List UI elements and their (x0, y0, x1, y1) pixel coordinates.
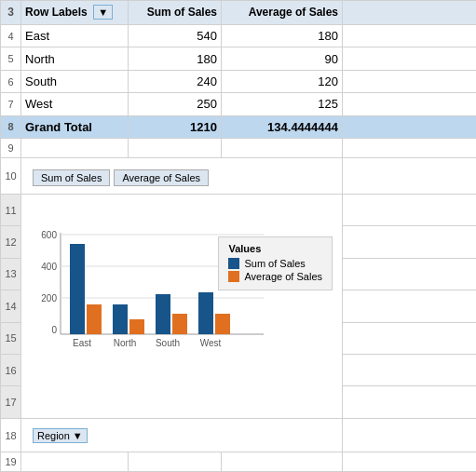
west-sum: 250 (129, 93, 222, 115)
row-num-14: 14 (1, 290, 21, 322)
east-avg: 180 (222, 24, 343, 47)
row-num-5: 5 (1, 47, 21, 70)
svg-text:0: 0 (51, 325, 57, 335)
grand-total-avg: 134.4444444 (222, 115, 343, 138)
north-sum-bar (113, 304, 128, 334)
filter-area: Region ▼ (25, 425, 338, 447)
south-avg-bar (172, 314, 187, 334)
south-sum-bar (156, 294, 170, 334)
chart-row: 11 600 400 200 0 (1, 195, 477, 226)
pivot-header-row: 3 Row Labels ▼ Sum of Sales Average of S… (1, 1, 477, 25)
avg-sales-header: Average of Sales (222, 1, 343, 25)
row-labels-text: Row Labels (25, 6, 88, 19)
row-num-17: 17 (1, 386, 21, 418)
grand-total-label: Grand Total (21, 115, 129, 138)
east-sum-bar (70, 244, 85, 334)
avg-legend-color (228, 271, 239, 282)
chart-buttons-container: Sum of Sales Average of Sales (33, 169, 331, 186)
col-e-7 (343, 93, 477, 115)
table-row: 6 South 240 120 (1, 70, 477, 92)
row-num-12: 12 (1, 226, 21, 258)
row-num-3: 3 (1, 1, 21, 25)
svg-text:North: North (114, 338, 136, 348)
north-sum: 180 (129, 47, 222, 70)
col-e-5 (343, 47, 477, 70)
svg-text:600: 600 (41, 230, 57, 240)
col-e-8 (343, 115, 477, 138)
chart-buttons-row: 10 Sum of Sales Average of Sales (1, 157, 477, 194)
north-avg: 90 (222, 47, 343, 70)
row-num-4: 4 (1, 24, 21, 47)
sum-legend-label: Sum of Sales (244, 258, 305, 269)
row-num-10: 10 (1, 157, 21, 194)
row-num-9: 9 (1, 139, 21, 157)
empty-row-9: 9 (1, 139, 477, 157)
south-avg: 120 (222, 70, 343, 92)
row-num-7: 7 (1, 93, 21, 115)
svg-text:West: West (200, 338, 222, 348)
south-sum: 240 (129, 70, 222, 92)
region-east: East (21, 24, 129, 47)
legend-item-avg: Average of Sales (228, 271, 322, 282)
west-sum-bar (198, 292, 213, 334)
legend-title: Values (228, 243, 322, 254)
svg-text:East: East (73, 338, 91, 348)
row-num-6: 6 (1, 70, 21, 92)
sum-of-sales-chart-btn[interactable]: Sum of Sales (33, 169, 110, 186)
svg-text:200: 200 (41, 293, 57, 303)
empty-row-19: 19 (1, 452, 477, 472)
filter-cell: Region ▼ (21, 418, 343, 452)
row-num-18: 18 (1, 418, 21, 452)
west-avg: 125 (222, 93, 343, 115)
region-filter-label: Region (37, 430, 70, 441)
region-south: South (21, 70, 129, 92)
east-sum: 540 (129, 24, 222, 47)
region-north: North (21, 47, 129, 70)
table-row: 4 East 540 180 (1, 24, 477, 47)
region-filter-btn[interactable]: Region ▼ (33, 428, 88, 443)
region-west: West (21, 93, 129, 115)
row-num-15: 15 (1, 322, 21, 354)
row-num-11: 11 (1, 195, 21, 226)
chart-area-cell: 600 400 200 0 (21, 195, 343, 419)
chart-legend: Values Sum of Sales Average of Sales (218, 236, 333, 290)
chart-buttons-cell: Sum of Sales Average of Sales (21, 157, 343, 194)
svg-text:South: South (156, 338, 180, 348)
legend-item-sum: Sum of Sales (228, 258, 322, 269)
west-avg-bar (215, 314, 230, 334)
sum-sales-header: Sum of Sales (129, 1, 222, 25)
row-labels-filter-btn[interactable]: ▼ (93, 5, 113, 20)
col-e-6 (343, 70, 477, 92)
row-num-8: 8 (1, 115, 21, 138)
avg-legend-label: Average of Sales (244, 271, 322, 282)
svg-text:400: 400 (41, 262, 57, 272)
row-labels-header: Row Labels ▼ (21, 1, 129, 25)
sum-legend-color (228, 258, 239, 269)
row-num-19: 19 (1, 452, 21, 472)
grand-total-row: 8 Grand Total 1210 134.4444444 (1, 115, 477, 138)
col-e-4 (343, 24, 477, 47)
region-filter-arrow: ▼ (73, 430, 83, 441)
avg-of-sales-chart-btn[interactable]: Average of Sales (114, 169, 209, 186)
table-row: 5 North 180 90 (1, 47, 477, 70)
row-num-13: 13 (1, 258, 21, 290)
north-avg-bar (129, 319, 144, 334)
row-num-16: 16 (1, 354, 21, 385)
grand-total-sum: 1210 (129, 115, 222, 138)
east-avg-bar (87, 304, 102, 334)
col-e-header (343, 1, 477, 25)
table-row: 7 West 250 125 (1, 93, 477, 115)
filter-row: 18 Region ▼ (1, 418, 477, 452)
